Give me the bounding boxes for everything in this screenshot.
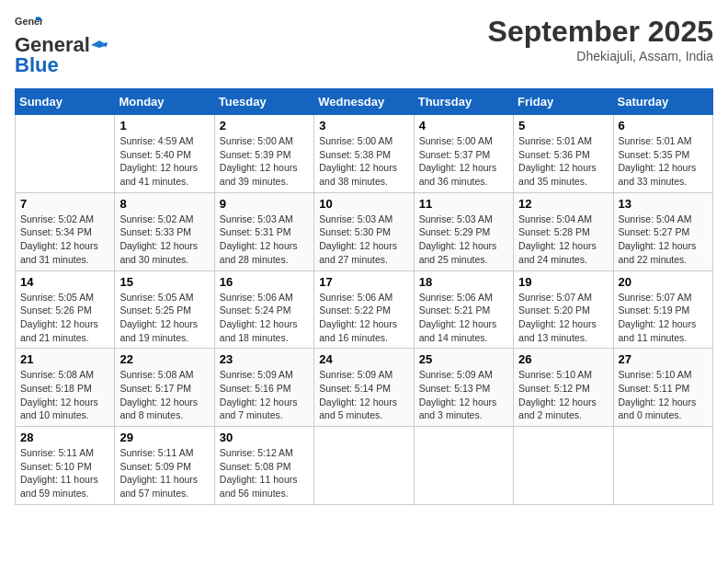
day-cell: 30Sunrise: 5:12 AM Sunset: 5:08 PM Dayli… — [214, 427, 313, 505]
day-number: 7 — [20, 197, 109, 211]
day-cell: 15Sunrise: 5:05 AM Sunset: 5:25 PM Dayli… — [115, 270, 214, 349]
day-detail: Sunrise: 5:11 AM Sunset: 5:09 PM Dayligh… — [119, 446, 209, 500]
day-number: 16 — [220, 275, 309, 289]
day-detail: Sunrise: 5:08 AM Sunset: 5:18 PM Dayligh… — [20, 368, 109, 422]
day-detail: Sunrise: 5:00 AM Sunset: 5:39 PM Dayligh… — [220, 134, 309, 189]
page-header: General General Blue September 2025 Dhek… — [15, 15, 713, 77]
day-cell — [613, 427, 712, 505]
day-detail: Sunrise: 5:08 AM Sunset: 5:17 PM Dayligh… — [119, 368, 209, 422]
day-number: 25 — [419, 352, 508, 366]
day-detail: Sunrise: 5:04 AM Sunset: 5:27 PM Dayligh… — [619, 213, 708, 267]
day-cell: 23Sunrise: 5:09 AM Sunset: 5:16 PM Dayli… — [214, 349, 313, 427]
week-row-1: 1Sunrise: 4:59 AM Sunset: 5:40 PM Daylig… — [16, 115, 713, 193]
weekday-header-monday: Monday — [115, 89, 214, 115]
month-title: September 2025 — [488, 15, 713, 49]
week-row-2: 7Sunrise: 5:02 AM Sunset: 5:34 PM Daylig… — [16, 192, 713, 270]
day-detail: Sunrise: 5:03 AM Sunset: 5:31 PM Dayligh… — [220, 213, 309, 267]
day-cell — [514, 427, 613, 505]
day-number: 24 — [319, 352, 408, 366]
weekday-header-tuesday: Tuesday — [214, 89, 313, 115]
day-number: 3 — [319, 119, 408, 132]
day-detail: Sunrise: 5:07 AM Sunset: 5:19 PM Dayligh… — [619, 291, 708, 345]
day-detail: Sunrise: 5:00 AM Sunset: 5:38 PM Dayligh… — [319, 134, 408, 189]
day-detail: Sunrise: 5:02 AM Sunset: 5:33 PM Dayligh… — [119, 213, 209, 267]
day-number: 13 — [619, 197, 708, 211]
day-cell: 27Sunrise: 5:10 AM Sunset: 5:11 PM Dayli… — [613, 349, 712, 427]
day-cell: 18Sunrise: 5:06 AM Sunset: 5:21 PM Dayli… — [414, 270, 513, 349]
day-cell: 29Sunrise: 5:11 AM Sunset: 5:09 PM Dayli… — [115, 427, 214, 505]
day-detail: Sunrise: 5:09 AM Sunset: 5:16 PM Dayligh… — [220, 368, 309, 422]
day-cell: 21Sunrise: 5:08 AM Sunset: 5:18 PM Dayli… — [16, 349, 115, 427]
day-cell: 12Sunrise: 5:04 AM Sunset: 5:28 PM Dayli… — [514, 192, 613, 270]
day-cell: 14Sunrise: 5:05 AM Sunset: 5:26 PM Dayli… — [16, 270, 115, 349]
day-number: 2 — [220, 119, 309, 132]
day-number: 20 — [619, 275, 708, 289]
day-cell — [314, 427, 414, 505]
week-row-3: 14Sunrise: 5:05 AM Sunset: 5:26 PM Dayli… — [16, 270, 713, 349]
day-cell: 26Sunrise: 5:10 AM Sunset: 5:12 PM Dayli… — [514, 349, 613, 427]
day-detail: Sunrise: 5:07 AM Sunset: 5:20 PM Dayligh… — [518, 291, 608, 345]
logo-icon: General — [15, 15, 42, 31]
day-number: 22 — [119, 352, 209, 366]
weekday-header-sunday: Sunday — [16, 89, 115, 115]
day-number: 28 — [20, 431, 109, 444]
day-cell: 7Sunrise: 5:02 AM Sunset: 5:34 PM Daylig… — [16, 192, 115, 270]
day-detail: Sunrise: 4:59 AM Sunset: 5:40 PM Dayligh… — [119, 134, 209, 189]
day-cell: 8Sunrise: 5:02 AM Sunset: 5:33 PM Daylig… — [115, 192, 214, 270]
location: Dhekiajuli, Assam, India — [488, 49, 713, 63]
day-cell: 10Sunrise: 5:03 AM Sunset: 5:30 PM Dayli… — [314, 192, 414, 270]
day-cell: 2Sunrise: 5:00 AM Sunset: 5:39 PM Daylig… — [214, 115, 313, 193]
day-cell: 28Sunrise: 5:11 AM Sunset: 5:10 PM Dayli… — [16, 427, 115, 505]
day-cell: 24Sunrise: 5:09 AM Sunset: 5:14 PM Dayli… — [314, 349, 414, 427]
day-number: 23 — [220, 352, 309, 366]
day-number: 15 — [119, 275, 209, 289]
day-number: 8 — [119, 197, 209, 211]
day-detail: Sunrise: 5:12 AM Sunset: 5:08 PM Dayligh… — [220, 446, 309, 500]
title-block: September 2025 Dhekiajuli, Assam, India — [488, 15, 713, 63]
weekday-header-wednesday: Wednesday — [314, 89, 414, 115]
day-detail: Sunrise: 5:10 AM Sunset: 5:11 PM Dayligh… — [619, 368, 708, 422]
day-number: 9 — [220, 197, 309, 211]
day-detail: Sunrise: 5:00 AM Sunset: 5:37 PM Dayligh… — [419, 134, 508, 189]
weekday-header-friday: Friday — [514, 89, 613, 115]
day-number: 21 — [20, 352, 109, 366]
day-detail: Sunrise: 5:06 AM Sunset: 5:21 PM Dayligh… — [419, 291, 508, 345]
day-detail: Sunrise: 5:05 AM Sunset: 5:25 PM Dayligh… — [119, 291, 209, 345]
day-number: 30 — [220, 431, 309, 444]
calendar-table: SundayMondayTuesdayWednesdayThursdayFrid… — [15, 88, 713, 505]
day-cell: 19Sunrise: 5:07 AM Sunset: 5:20 PM Dayli… — [514, 270, 613, 349]
day-detail: Sunrise: 5:09 AM Sunset: 5:14 PM Dayligh… — [319, 368, 408, 422]
day-cell: 20Sunrise: 5:07 AM Sunset: 5:19 PM Dayli… — [613, 270, 712, 349]
day-cell: 13Sunrise: 5:04 AM Sunset: 5:27 PM Dayli… — [613, 192, 712, 270]
day-detail: Sunrise: 5:02 AM Sunset: 5:34 PM Dayligh… — [20, 213, 109, 267]
day-cell: 1Sunrise: 4:59 AM Sunset: 5:40 PM Daylig… — [115, 115, 214, 193]
day-number: 6 — [619, 119, 708, 132]
day-cell: 25Sunrise: 5:09 AM Sunset: 5:13 PM Dayli… — [414, 349, 513, 427]
day-number: 1 — [119, 119, 209, 132]
day-cell: 6Sunrise: 5:01 AM Sunset: 5:35 PM Daylig… — [613, 115, 712, 193]
day-cell: 16Sunrise: 5:06 AM Sunset: 5:24 PM Dayli… — [214, 270, 313, 349]
day-cell — [16, 115, 115, 193]
day-number: 29 — [119, 431, 209, 444]
day-detail: Sunrise: 5:11 AM Sunset: 5:10 PM Dayligh… — [20, 446, 109, 500]
day-detail: Sunrise: 5:10 AM Sunset: 5:12 PM Dayligh… — [518, 368, 608, 422]
day-number: 12 — [518, 197, 608, 211]
day-detail: Sunrise: 5:06 AM Sunset: 5:22 PM Dayligh… — [319, 291, 408, 345]
day-cell — [414, 427, 513, 505]
day-number: 11 — [419, 197, 508, 211]
day-detail: Sunrise: 5:04 AM Sunset: 5:28 PM Dayligh… — [518, 213, 608, 267]
day-cell: 9Sunrise: 5:03 AM Sunset: 5:31 PM Daylig… — [214, 192, 313, 270]
day-cell: 4Sunrise: 5:00 AM Sunset: 5:37 PM Daylig… — [414, 115, 513, 193]
week-row-4: 21Sunrise: 5:08 AM Sunset: 5:18 PM Dayli… — [16, 349, 713, 427]
day-cell: 5Sunrise: 5:01 AM Sunset: 5:36 PM Daylig… — [514, 115, 613, 193]
day-detail: Sunrise: 5:03 AM Sunset: 5:30 PM Dayligh… — [319, 213, 408, 267]
day-detail: Sunrise: 5:01 AM Sunset: 5:35 PM Dayligh… — [619, 134, 708, 189]
weekday-header-row: SundayMondayTuesdayWednesdayThursdayFrid… — [16, 89, 713, 115]
day-detail: Sunrise: 5:05 AM Sunset: 5:26 PM Dayligh… — [20, 291, 109, 345]
weekday-header-saturday: Saturday — [613, 89, 712, 115]
weekday-header-thursday: Thursday — [414, 89, 513, 115]
day-cell: 11Sunrise: 5:03 AM Sunset: 5:29 PM Dayli… — [414, 192, 513, 270]
day-number: 14 — [20, 275, 109, 289]
day-number: 10 — [319, 197, 408, 211]
logo: General General Blue — [15, 15, 108, 77]
